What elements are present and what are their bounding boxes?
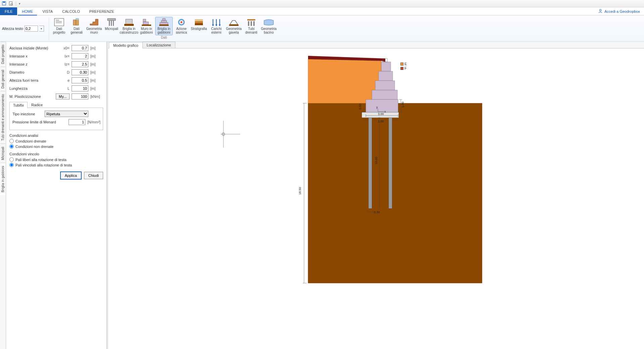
geometria-bacino-icon	[263, 18, 274, 27]
field-input[interactable]	[72, 69, 88, 75]
ribbon-tabs: FILE HOME VISTA CALCOLO PREFERENZE Acced…	[0, 7, 644, 15]
svg-text:y: y	[376, 106, 378, 109]
ribbon-btn-label: Tubi drenanti	[245, 27, 257, 34]
field-label: Interasse z	[9, 62, 58, 66]
svg-rect-1	[3, 1, 5, 3]
subtab-radice[interactable]: Radice	[28, 102, 46, 108]
ribbon-btn-briglia-calcestruzzo[interactable]: Briglia in calcestruzzo	[120, 17, 138, 35]
legend-label-f: F	[404, 66, 407, 70]
field-unit: [m]	[90, 54, 103, 58]
field-unit: [m]	[90, 62, 103, 66]
field-input[interactable]	[72, 45, 88, 51]
save-icon[interactable]	[2, 1, 6, 6]
tipo-iniezione-label: Tipo iniezione	[12, 112, 43, 116]
subtab-tubifix[interactable]: Tubifix	[9, 102, 28, 108]
ribbon-btn-dati-progetto[interactable]: Dati progetto	[50, 17, 68, 35]
radio-pali-vincolati[interactable]	[9, 163, 14, 167]
tab-preferenze[interactable]: PREFERENZE	[85, 7, 119, 15]
svg-text:1.00: 1.00	[401, 102, 404, 108]
field-row: Interasse zIz=[m]	[9, 61, 103, 67]
svg-marker-13	[90, 19, 98, 25]
tab-home[interactable]: HOME	[17, 7, 38, 15]
field-symbol: x0=	[60, 46, 70, 50]
canvas-tab-modello[interactable]: Modello grafico	[109, 42, 143, 48]
ribbon-group-dati: Dati progettoDati generaliGeometria muro…	[50, 17, 277, 40]
ribbon-btn-dati-generali[interactable]: Dati generali	[68, 17, 85, 35]
field-unit: [m]	[90, 78, 103, 82]
cond-non-drenate-label: Condizioni non drenate	[15, 145, 53, 149]
radio-cond-drenate[interactable]	[9, 139, 14, 143]
ribbon-btn-azione-sismica[interactable]: Azione sismica	[173, 17, 190, 35]
field-input[interactable]	[72, 61, 88, 67]
dati-generali-icon	[71, 18, 82, 27]
cond-drenate-label: Condizioni drenate	[15, 139, 46, 143]
radio-cond-non-drenate[interactable]	[9, 144, 14, 149]
sidetab-briglia-in-gabbioni[interactable]: Briglia in gabbioni	[0, 163, 5, 195]
model-drawing: 18.50	[221, 52, 496, 284]
altezza-testo-dropdown-icon[interactable]: ▾	[39, 26, 44, 32]
cond-analisi-title: Condizioni analisi	[9, 133, 103, 138]
ribbon-btn-label: Micropali	[105, 27, 118, 31]
svg-text:0.30: 0.30	[374, 210, 380, 214]
dati-progetto-icon	[54, 18, 65, 27]
ribbon-btn-label: Briglia in calcestruzzo	[120, 27, 138, 34]
field-input[interactable]	[72, 77, 88, 83]
svg-rect-52	[308, 103, 482, 283]
tab-file[interactable]: FILE	[0, 7, 17, 15]
qat-customize-icon[interactable]: ▾	[19, 2, 20, 5]
svg-rect-25	[160, 23, 168, 25]
field-label: Altezza fuori terra	[9, 78, 58, 82]
sidetab-dati-progetto[interactable]: Dati progetto	[0, 42, 5, 67]
tipo-iniezione-select[interactable]: Ripetuta	[45, 111, 88, 117]
svg-line-4	[12, 5, 13, 5]
field-row: Interasse xIx=[m]	[9, 53, 103, 59]
field-input[interactable]	[72, 53, 88, 59]
svg-point-5	[600, 9, 601, 11]
field-row: Ascissa iniziale (Monte)x0=[m]	[9, 45, 103, 51]
drawing-canvas[interactable]: 18.50	[108, 48, 644, 349]
sidetab-dati-generali[interactable]: Dati generali	[0, 67, 5, 91]
radio-pali-liberi[interactable]	[9, 157, 14, 162]
ribbon-btn-stratigrafia[interactable]: Stratigrafia	[190, 17, 208, 32]
altezza-testo-input[interactable]	[25, 26, 38, 32]
applica-button[interactable]: Applica	[60, 172, 81, 179]
field-unit: [m]	[90, 86, 103, 90]
svg-rect-41	[247, 19, 255, 21]
svg-rect-9	[56, 23, 62, 23]
ribbon-btn-label: Dati progetto	[53, 27, 66, 34]
m-plast-row: M. Plasticizzazione My... [kNm]	[9, 93, 103, 100]
print-preview-icon[interactable]	[8, 1, 13, 6]
chiudi-button[interactable]: Chiudi	[84, 172, 103, 179]
m-plast-input[interactable]	[72, 93, 88, 100]
tab-calcolo[interactable]: CALCOLO	[57, 7, 85, 15]
field-input[interactable]	[72, 85, 88, 91]
svg-point-29	[180, 21, 182, 23]
ribbon-btn-geometria-gaveta[interactable]: Geometria gaveta	[225, 17, 243, 35]
ribbon-btn-micropali[interactable]: Micropali	[103, 17, 120, 32]
sidetab-micropali[interactable]: Micropali	[0, 144, 5, 163]
ribbon-btn-carichi-esterni[interactable]: Carichi esterni	[208, 17, 225, 35]
ribbon-btn-geometria-bacino[interactable]: Geometria bacino	[260, 17, 277, 35]
svg-rect-7	[56, 20, 59, 21]
account-link[interactable]: Accedi a Geodropbox	[594, 7, 644, 15]
sidetab-tubi-drenanti-e-ammorsamento[interactable]: Tubi drenanti e ammorsamento	[0, 91, 5, 144]
ribbon-btn-briglia-gabbioni[interactable]: Briglia in gabbioni	[155, 17, 173, 35]
svg-text:10.00: 10.00	[375, 157, 378, 164]
field-label: Lunghezza	[9, 86, 58, 90]
legend-swatch-f	[400, 67, 403, 70]
tab-vista[interactable]: VISTA	[38, 7, 57, 15]
m-plast-button[interactable]: My...	[56, 93, 70, 100]
ribbon-btn-muro-gabbioni[interactable]: Muro in gabbioni	[138, 17, 155, 35]
svg-rect-23	[163, 18, 165, 21]
pressione-input[interactable]	[69, 119, 85, 125]
svg-marker-34	[212, 25, 214, 26]
svg-rect-55	[381, 62, 391, 71]
canvas-tab-localizzazione[interactable]: Localizzazione	[142, 42, 175, 48]
svg-rect-44	[253, 21, 255, 26]
ribbon-btn-geometria-muro[interactable]: Geometria muro	[85, 17, 103, 35]
ribbon-btn-label: Geometria bacino	[261, 27, 277, 34]
geometria-muro-icon	[89, 18, 99, 27]
svg-marker-36	[215, 25, 217, 26]
m-plast-label: M. Plasticizzazione	[9, 94, 54, 99]
ribbon-btn-tubi-drenanti[interactable]: Tubi drenanti	[243, 17, 260, 35]
